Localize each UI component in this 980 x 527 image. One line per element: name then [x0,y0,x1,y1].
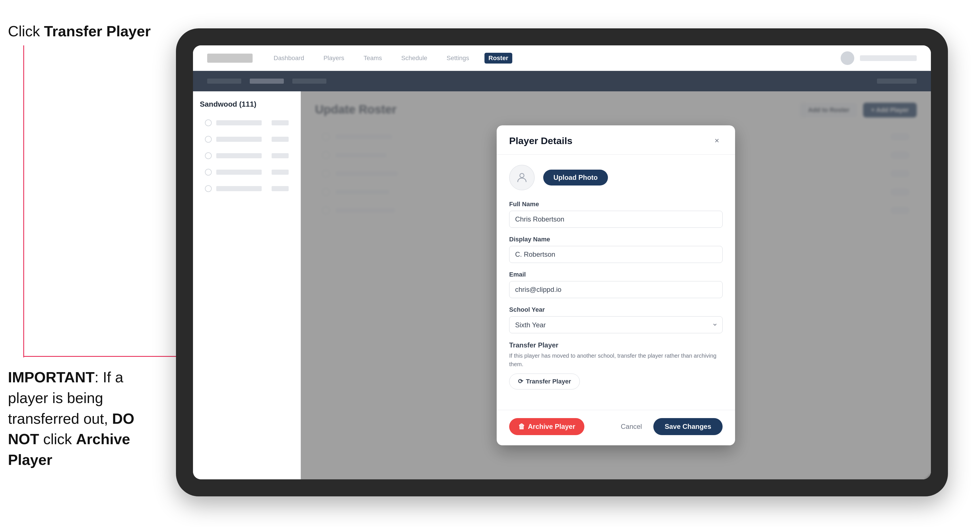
sub-header [193,71,931,91]
sidebar-list-item-2[interactable] [200,132,294,147]
display-name-group: Display Name [509,236,722,263]
save-changes-button[interactable]: Save Changes [653,418,722,435]
cancel-button[interactable]: Cancel [615,418,648,435]
player-details-modal: Player Details × [497,125,735,445]
sidebar-list-item-5[interactable] [200,181,294,196]
app-header: Dashboard Players Teams Schedule Setting… [193,45,931,71]
tablet-screen: Dashboard Players Teams Schedule Setting… [193,45,931,479]
sidebar-list-item[interactable] [200,116,294,130]
email-input[interactable] [509,281,722,298]
instruction-bottom: IMPORTANT: If a player is being transfer… [8,367,158,470]
sidebar-checkbox-5[interactable] [205,185,212,192]
full-name-label: Full Name [509,200,722,208]
sub-header-item-1[interactable] [207,79,241,84]
instruction-text-2: click [39,431,76,447]
transfer-description: If this player has moved to another scho… [509,351,722,368]
sidebar-item-badge-5 [272,186,289,191]
email-label: Email [509,271,722,278]
transfer-player-button[interactable]: ⟳ Transfer Player [509,373,580,389]
nav-item-dashboard[interactable]: Dashboard [270,53,308,63]
app-logo [207,54,253,63]
modal-backdrop: Player Details × [301,91,931,479]
sidebar-item-badge-1 [272,120,289,125]
instruction-top: Click Transfer Player [8,23,151,40]
content-right: Update Roster [301,91,931,479]
instruction-bold: Transfer Player [44,23,151,40]
sub-header-item-3[interactable] [292,79,326,84]
svg-point-0 [520,173,524,178]
transfer-icon: ⟳ [518,378,523,385]
header-avatar [841,51,854,65]
sidebar-title: Sandwood (111) [200,100,294,109]
sidebar-item-badge-3 [272,153,289,158]
tablet-device: Dashboard Players Teams Schedule Setting… [176,29,948,496]
modal-close-button[interactable]: × [711,135,722,146]
instruction-important: IMPORTANT [8,369,94,386]
nav-item-schedule[interactable]: Schedule [397,53,431,63]
modal-header: Player Details × [497,125,735,155]
sidebar-item-badge-2 [272,137,289,142]
sidebar-item-text-2 [216,137,262,142]
sidebar-item-badge-4 [272,170,289,175]
archive-button-label: Archive Player [528,422,575,430]
nav-item-settings[interactable]: Settings [443,53,473,63]
sidebar-item-text-5 [216,186,262,191]
school-year-select[interactable]: First Year Second Year Third Year Fourth… [509,316,722,333]
school-year-group: School Year First Year Second Year Third… [509,306,722,333]
nav-item-roster[interactable]: Roster [484,53,512,63]
display-name-input[interactable] [509,246,722,263]
transfer-button-label: Transfer Player [526,378,571,385]
sub-header-right [877,79,917,84]
sidebar-list-item-4[interactable] [200,165,294,179]
sidebar-item-text-1 [216,120,262,125]
sidebar-checkbox-2[interactable] [205,136,212,143]
full-name-input[interactable] [509,211,722,228]
sidebar-checkbox-1[interactable] [205,119,212,126]
display-name-label: Display Name [509,236,722,243]
school-year-label: School Year [509,306,722,313]
nav-item-players[interactable]: Players [320,53,348,63]
email-group: Email [509,271,722,298]
nav-items: Dashboard Players Teams Schedule Setting… [270,53,824,63]
header-username [860,55,917,61]
header-right [841,51,917,65]
sidebar-list [200,116,294,196]
photo-section: Upload Photo [509,165,722,190]
avatar-placeholder [509,165,535,190]
sidebar-item-text-3 [216,153,262,158]
transfer-title: Transfer Player [509,341,722,349]
sub-header-item-2[interactable] [250,79,284,84]
sidebar-list-item-3[interactable] [200,148,294,163]
sidebar-checkbox-4[interactable] [205,169,212,176]
modal-body: Upload Photo Full Name Display Name [497,155,735,410]
modal-footer: 🗑 Archive Player Cancel Save Changes [497,410,735,445]
main-content: Sandwood (111) [193,91,931,479]
transfer-section: Transfer Player If this player has moved… [509,341,722,389]
archive-player-button[interactable]: 🗑 Archive Player [509,418,584,435]
full-name-group: Full Name [509,200,722,228]
sidebar-checkbox-3[interactable] [205,152,212,159]
archive-icon: 🗑 [518,422,525,430]
upload-photo-button[interactable]: Upload Photo [543,170,608,186]
modal-title: Player Details [509,135,573,146]
sidebar-item-text-4 [216,170,262,175]
annotation-line-vertical [23,45,24,357]
sidebar: Sandwood (111) [193,91,301,479]
instruction-prefix: Click [8,23,44,40]
nav-item-teams[interactable]: Teams [360,53,386,63]
